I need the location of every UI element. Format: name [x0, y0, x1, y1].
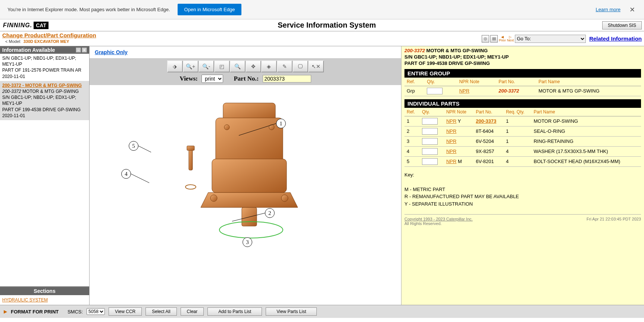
svg-rect-10 [187, 146, 194, 150]
svg-point-5 [210, 195, 217, 201]
add-to-parts-list-button[interactable]: Add to Parts List [207, 307, 262, 316]
rotate-icon[interactable]: ◈ [261, 60, 277, 72]
open-edge-button[interactable]: Open in Microsoft Edge [178, 4, 242, 15]
info-item-partof: PART OF 191-2576 POWER TRAIN AR 2020-11-… [2, 67, 87, 79]
callout-2[interactable]: 2 [265, 208, 275, 218]
top-header: FINNING. CAT Service Information System … [0, 19, 644, 31]
name-cell: MOTOR & MTG GP-SWING [536, 86, 641, 96]
learn-more-link[interactable]: Learn more [596, 7, 620, 12]
pan-icon[interactable]: ✥ [246, 60, 261, 72]
copyright-link[interactable]: Copyright 1993 - 2023 Caterpillar Inc. [404, 217, 473, 221]
ie-mode-bar: You're in Internet Explorer mode. Most p… [0, 0, 644, 19]
qty-input[interactable] [422, 128, 438, 135]
callout-5[interactable]: 5 [129, 141, 138, 151]
pn-cell: 6V-8201 [476, 159, 494, 164]
svg-rect-2 [212, 159, 287, 193]
screen-icon[interactable]: 🖵 [293, 60, 308, 72]
info-item-link[interactable]: 200-3372 - MOTOR & MTG GP-SWING [2, 83, 82, 88]
part-illustration [175, 92, 316, 248]
pn-link[interactable]: 200-3373 [476, 118, 496, 124]
drawing-area[interactable]: 1 2 3 4 5 [90, 85, 401, 305]
views-label: Views: [180, 75, 198, 82]
ref-cell: 1 [404, 116, 420, 126]
col-pn: Part No. [496, 78, 536, 86]
header-part-number: 200-3372 [404, 48, 425, 53]
svg-rect-4 [242, 207, 257, 226]
pn-cell: 6V-5204 [476, 138, 494, 144]
select-all-button[interactable]: Select All [146, 307, 176, 316]
npr-link[interactable]: NPR [459, 88, 469, 94]
zoom-in-icon[interactable]: 🔍+ [183, 60, 198, 72]
related-info-link[interactable]: Related Information [589, 35, 642, 42]
change-config-link[interactable]: Change Product/Part Configuration [2, 32, 96, 38]
name-cell: WASHER (17.5X30X3.5-MM THK) [531, 146, 641, 156]
npr-link[interactable]: NPR [446, 128, 456, 134]
measure-icon[interactable]: ✎ [277, 60, 293, 72]
svg-point-7 [224, 125, 229, 130]
col-qty: Qty. [420, 108, 444, 116]
rq-cell: 1 [504, 136, 531, 146]
qty-input[interactable] [422, 118, 438, 125]
svg-point-6 [281, 195, 288, 201]
back-chevron-icon[interactable]: < [5, 39, 7, 44]
ref-cell: 2 [404, 126, 420, 136]
npr-link[interactable]: NPR [446, 149, 456, 154]
npr-link[interactable]: NPR [446, 118, 456, 124]
graphic-only-link[interactable]: Graphic Only [90, 46, 401, 58]
zoom-window-icon[interactable]: ◰ [214, 60, 230, 72]
sections-header: Sections [0, 286, 89, 295]
logo-finning: FINNING. [3, 22, 32, 29]
left-panel: Information Available – × S/N GBC1-UP; N… [0, 46, 90, 305]
svg-point-11 [185, 185, 196, 189]
shutdown-button[interactable]: Shutdown SIS [602, 21, 642, 29]
cd-icon[interactable]: ◎ [482, 35, 489, 43]
close-icon[interactable]: ✕ [628, 6, 637, 14]
info-item-serial: S/N GBC1-UP; NBD1-UP; EDX1-UP; MEY1-UP [2, 55, 87, 67]
info-item-selected[interactable]: 200-3372 - MOTOR & MTG GP-SWING 200-3372… [0, 81, 89, 120]
system-title: Service Information System [51, 21, 602, 29]
section-link[interactable]: HYDRAULIC SYSTEM [2, 297, 48, 303]
col-rq: Req. Qty. [504, 108, 531, 116]
ref-cell: 5 [404, 156, 420, 166]
info-item[interactable]: S/N GBC1-UP; NBD1-UP; EDX1-UP; MEY1-UP P… [0, 54, 89, 81]
minimize-icon[interactable]: – [76, 47, 81, 53]
zoom-out-icon[interactable]: 🔍- [198, 60, 214, 72]
smcs-label: SMCS: [68, 309, 83, 315]
col-name: Part Name [536, 78, 641, 86]
smcs-select[interactable]: 5058 [87, 308, 105, 315]
footer-line: Copyright 1993 - 2023 Caterpillar Inc. A… [404, 214, 641, 226]
col-ref: Ref. [404, 78, 425, 86]
callout-4[interactable]: 4 [121, 169, 131, 179]
pn-cell: 8T-6404 [476, 128, 494, 134]
callout-3[interactable]: 3 [243, 237, 252, 247]
qty-input[interactable] [422, 138, 438, 145]
callout-1[interactable]: 1 [276, 119, 286, 128]
arrow-icon: ▶ [4, 309, 7, 314]
next-button[interactable]: ▷Next [507, 35, 514, 42]
qty-input[interactable] [422, 148, 438, 155]
qty-input[interactable] [422, 158, 438, 165]
npr-link[interactable]: NPR [446, 159, 456, 164]
home-view-icon[interactable]: ⬗ [167, 60, 183, 72]
document-icon[interactable]: ▤ [490, 35, 498, 43]
fit-icon[interactable]: 🔍 [230, 60, 246, 72]
goto-select[interactable]: Go To: [515, 35, 586, 43]
npr-link[interactable]: NPR [446, 138, 456, 144]
part-header: 200-3372 MOTOR & MTG GP-SWING S/N GBC1-U… [404, 48, 641, 67]
pointer-icon[interactable]: ↖✕ [308, 60, 324, 72]
partno-input[interactable] [263, 75, 311, 82]
table-row: 5NPR M6V-82014BOLT-SOCKET HEAD (M16X2X45… [404, 156, 641, 166]
parts-panel[interactable]: 200-3372 MOTOR & MTG GP-SWING S/N GBC1-U… [401, 46, 644, 305]
col-ref: Ref. [404, 108, 420, 116]
views-select[interactable]: print [201, 75, 223, 83]
view-parts-list-button[interactable]: View Parts List [266, 307, 317, 316]
nav-row: Change Product/Part Configuration < Mode… [0, 31, 644, 46]
close-panel-icon[interactable]: × [82, 47, 87, 53]
qty-input[interactable] [427, 88, 443, 94]
prev-button[interactable]: ◀Prev [499, 35, 506, 42]
view-ccr-button[interactable]: View CCR [109, 307, 142, 316]
clear-button[interactable]: Clear [181, 307, 204, 316]
model-row: < Model: 330D EXCAVATOR MEY [2, 38, 96, 45]
bottom-bar: ▶ FORMAT FOR PRINT SMCS: 5058 View CCR S… [0, 305, 644, 318]
info-list[interactable]: S/N GBC1-UP; NBD1-UP; EDX1-UP; MEY1-UP P… [0, 54, 89, 286]
